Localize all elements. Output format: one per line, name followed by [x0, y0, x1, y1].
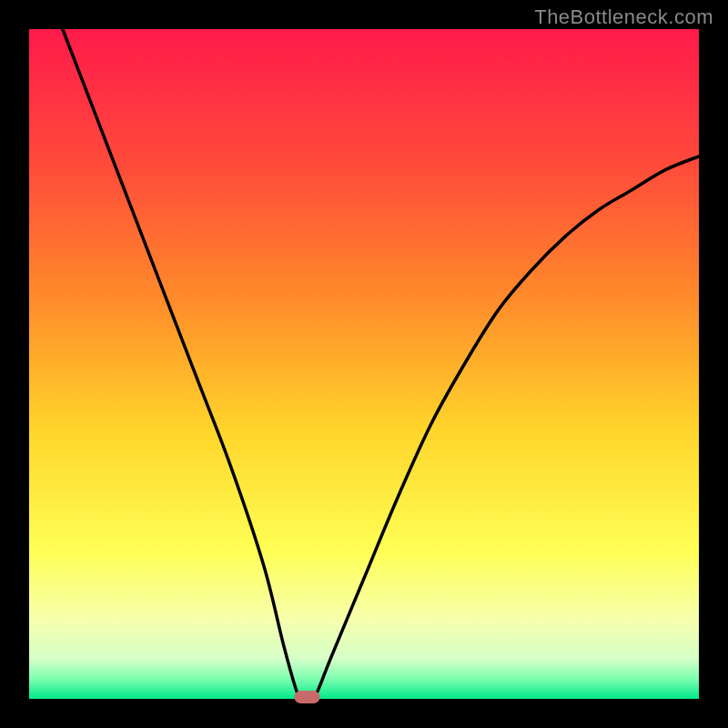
watermark-text: TheBottleneck.com	[534, 5, 713, 29]
plot-background	[29, 29, 699, 699]
minimum-marker	[294, 691, 319, 703]
chart-frame: TheBottleneck.com	[0, 0, 728, 728]
bottleneck-chart	[0, 0, 728, 728]
